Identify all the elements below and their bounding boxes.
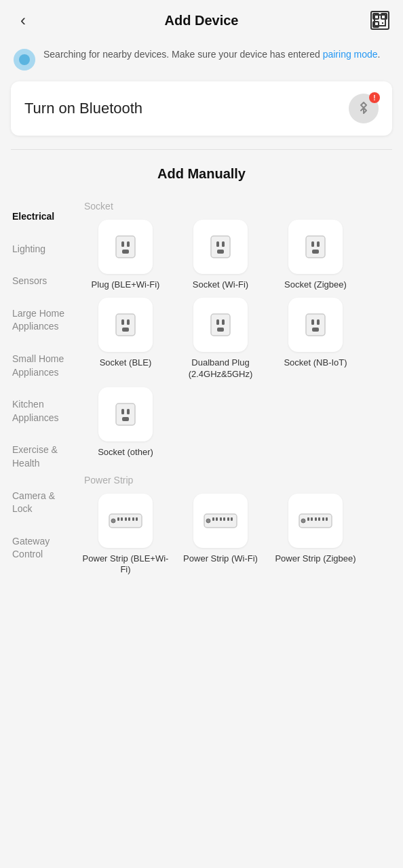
- list-item[interactable]: Dualband Plug (2.4GHz&5GHz): [176, 298, 265, 380]
- device-label: Socket (Wi-Fi): [193, 279, 248, 291]
- list-item[interactable]: Power Strip (Wi-Fi): [176, 494, 265, 576]
- svg-rect-28: [311, 319, 314, 325]
- socket-grid: Plug (BLE+Wi-Fi) Socket (Wi-Fi): [81, 220, 396, 458]
- device-icon-plug-ble-wifi: [98, 220, 153, 274]
- device-label: Socket (NB-IoT): [284, 357, 347, 369]
- socket-section-label: Socket: [81, 201, 396, 212]
- sidebar-item-gateway[interactable]: Gateway Control: [7, 526, 78, 571]
- svg-rect-58: [326, 517, 328, 521]
- device-icon-powerstrip-wifi: [193, 494, 248, 548]
- sidebar-item-kitchen[interactable]: Kitchen Appliances: [7, 389, 78, 434]
- svg-rect-27: [306, 314, 325, 336]
- svg-rect-38: [121, 517, 123, 521]
- svg-rect-25: [222, 319, 225, 325]
- svg-rect-22: [122, 328, 129, 332]
- list-item[interactable]: Power Strip (BLE+Wi-Fi): [81, 494, 170, 576]
- svg-rect-20: [121, 319, 124, 325]
- svg-rect-34: [122, 417, 129, 421]
- svg-rect-54: [311, 517, 313, 521]
- sidebar-item-large-home[interactable]: Large Home Appliances: [7, 298, 78, 343]
- list-item[interactable]: Power Strip (Zigbee): [271, 494, 360, 576]
- svg-rect-0: [373, 14, 379, 19]
- svg-rect-10: [122, 250, 129, 254]
- page-title: Add Device: [165, 13, 239, 28]
- svg-rect-15: [306, 236, 325, 258]
- svg-rect-21: [127, 319, 130, 325]
- svg-rect-41: [132, 517, 134, 521]
- svg-rect-55: [315, 517, 317, 521]
- svg-rect-49: [227, 517, 229, 521]
- svg-point-36: [111, 519, 115, 523]
- sidebar-item-lighting[interactable]: Lighting: [7, 233, 78, 266]
- device-icon-powerstrip-ble-wifi: [98, 494, 153, 548]
- svg-rect-37: [117, 517, 119, 521]
- svg-rect-16: [311, 241, 314, 247]
- list-item[interactable]: Plug (BLE+Wi-Fi): [81, 220, 170, 291]
- device-label: Socket (other): [98, 447, 153, 458]
- svg-rect-40: [128, 517, 130, 521]
- list-item[interactable]: Socket (Zigbee): [271, 220, 360, 291]
- device-label: Power Strip (BLE+Wi-Fi): [81, 553, 170, 576]
- device-label: Dualband Plug (2.4GHz&5GHz): [176, 357, 265, 380]
- status-info: Searching for nearby devices. Make sure …: [0, 41, 403, 81]
- svg-rect-19: [116, 314, 135, 336]
- svg-rect-42: [136, 517, 138, 521]
- list-item[interactable]: Socket (NB-IoT): [271, 298, 360, 380]
- sidebar-item-electrical[interactable]: Electrical: [7, 201, 78, 233]
- bluetooth-banner[interactable]: Turn on Bluetooth !: [11, 81, 392, 136]
- bluetooth-icon: [357, 100, 370, 117]
- list-item[interactable]: Socket (BLE): [81, 298, 170, 380]
- svg-rect-30: [312, 328, 319, 332]
- svg-rect-14: [217, 250, 224, 254]
- svg-rect-5: [382, 25, 383, 26]
- svg-rect-18: [312, 250, 319, 254]
- category-sidebar: Electrical Lighting Sensors Large Home A…: [0, 201, 78, 592]
- svg-rect-53: [307, 517, 309, 521]
- device-icon-socket-nbiot: [288, 298, 343, 352]
- svg-rect-7: [116, 236, 135, 258]
- sidebar-item-exercise[interactable]: Exercise & Health: [7, 434, 78, 479]
- device-label: Power Strip (Zigbee): [275, 553, 356, 565]
- sidebar-item-camera[interactable]: Camera & Lock: [7, 480, 78, 526]
- svg-rect-45: [212, 517, 214, 521]
- svg-rect-24: [216, 319, 219, 325]
- main-content: Electrical Lighting Sensors Large Home A…: [0, 201, 403, 592]
- device-label: Plug (BLE+Wi-Fi): [92, 279, 160, 291]
- svg-rect-32: [121, 409, 124, 414]
- svg-rect-48: [223, 517, 225, 521]
- device-icon-dualband-plug: [193, 298, 248, 352]
- bluetooth-button[interactable]: !: [349, 94, 379, 123]
- scan-button[interactable]: [368, 8, 392, 33]
- svg-rect-1: [381, 14, 387, 19]
- bluetooth-label: Turn on Bluetooth: [24, 100, 142, 117]
- powerstrip-grid: Power Strip (BLE+Wi-Fi) Po: [81, 494, 396, 576]
- status-icon: [14, 49, 35, 71]
- svg-rect-6: [385, 25, 386, 26]
- svg-rect-33: [127, 409, 130, 414]
- svg-rect-12: [216, 241, 219, 247]
- svg-point-44: [206, 519, 210, 523]
- power-strip-section-label: Power Strip: [81, 475, 396, 486]
- pairing-mode-link[interactable]: pairing mode: [323, 49, 378, 60]
- scan-icon: [370, 11, 389, 30]
- sidebar-item-small-home[interactable]: Small Home Appliances: [7, 343, 78, 389]
- device-grid-area: Socket Plug (BLE+Wi-Fi): [78, 201, 403, 592]
- list-item[interactable]: Socket (other): [81, 387, 170, 458]
- sidebar-item-sensors[interactable]: Sensors: [7, 265, 78, 298]
- bluetooth-alert-badge: !: [369, 92, 380, 103]
- svg-point-52: [301, 519, 305, 523]
- svg-rect-50: [231, 517, 233, 521]
- device-label: Socket (Zigbee): [284, 279, 347, 291]
- device-label: Socket (BLE): [100, 357, 152, 369]
- divider: [11, 149, 392, 150]
- status-message: Searching for nearby devices. Make sure …: [43, 47, 389, 62]
- svg-rect-17: [317, 241, 320, 247]
- svg-rect-29: [317, 319, 320, 325]
- svg-rect-13: [222, 241, 225, 247]
- list-item[interactable]: Socket (Wi-Fi): [176, 220, 265, 291]
- svg-rect-46: [216, 517, 218, 521]
- device-label: Power Strip (Wi-Fi): [183, 553, 258, 565]
- svg-rect-4: [385, 22, 386, 24]
- svg-rect-3: [382, 22, 383, 24]
- back-button[interactable]: ‹: [11, 8, 35, 33]
